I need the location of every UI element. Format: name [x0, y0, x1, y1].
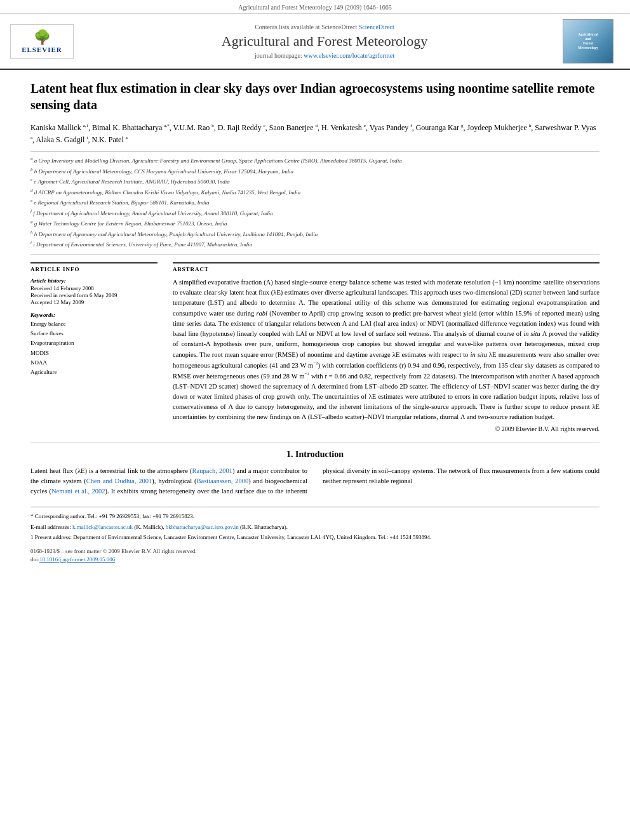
journal-header: 🌳 ELSEVIER Contents lists available at S… [0, 14, 630, 70]
history-label: Article history: [30, 277, 158, 284]
keyword-6: Agriculture [30, 368, 158, 377]
elsevier-tree-icon: 🌳 [34, 29, 51, 46]
introduction-text: Latent heat flux (λE) is a terrestrial l… [30, 466, 600, 497]
homepage-label: journal homepage: [255, 52, 304, 59]
introduction-section: 1. Introduction Latent heat flux (λE) is… [30, 443, 600, 497]
publisher-logo-area: 🌳 ELSEVIER [10, 19, 86, 63]
email-name-1: (K. Mallick), [134, 524, 164, 530]
article-info-column: ARTICLE INFO Article history: Received 1… [30, 262, 158, 432]
affiliations-section: a a Crop Inventory and Modelling Divisio… [30, 151, 600, 255]
keywords-label: Keywords: [30, 312, 158, 318]
journal-title-area: Contents lists available at ScienceDirec… [93, 19, 556, 63]
keyword-2: Surface fluxes [30, 329, 158, 338]
thumbnail-title: AgriculturalandForestMeteorology [578, 32, 598, 51]
email-note: E-mail addresses: k.mallick@lancaster.ac… [30, 523, 600, 532]
doi-link[interactable]: 10.1016/j.agrformet.2009.05.006 [39, 556, 115, 563]
keywords-list: Energy balance Surface fluxes Evapotrans… [30, 319, 158, 378]
email-link-1[interactable]: k.mallick@lancaster.ac.uk [72, 524, 133, 530]
sciencedirect-prefix: Contents lists available at ScienceDirec… [255, 23, 357, 30]
authors-line: Kaniska Mallick a,1, Bimal K. Bhattachar… [30, 122, 600, 146]
present-address-note: 1 Present address: Department of Environ… [30, 533, 600, 542]
affiliation-a: a a Crop Inventory and Modelling Divisio… [30, 156, 600, 166]
keyword-4: MODIS [30, 349, 158, 358]
email-label: E-mail addresses: [30, 524, 71, 530]
journal-title: Agricultural and Forest Meteorology [93, 33, 556, 50]
affiliation-e: e e Regional Agricultural Research Stati… [30, 197, 600, 208]
introduction-title: 1. Introduction [30, 450, 600, 460]
received-date: Received 14 February 2008 [30, 285, 158, 291]
affiliation-g: g g Water Technology Centre for Eastern … [30, 218, 600, 229]
article-title: Latent heat flux estimation in clear sky… [30, 80, 600, 113]
journal-thumbnail: AgriculturalandForestMeteorology [563, 19, 613, 63]
keyword-5: NOAA [30, 358, 158, 368]
page: Agricultural and Forest Meteorology 149 … [0, 0, 630, 840]
keyword-1: Energy balance [30, 319, 158, 329]
footnotes-section: * Corresponding author. Tel.: +91 79 269… [30, 507, 600, 564]
journal-citation: Agricultural and Forest Meteorology 149 … [238, 4, 392, 11]
revised-date: Received in revised form 6 May 2009 [30, 292, 158, 298]
copyright-notice: © 2009 Elsevier B.V. All rights reserved… [173, 425, 600, 432]
homepage-url[interactable]: www.elsevier.com/locate/agrformet [304, 52, 394, 59]
abstract-column: ABSTRACT A simplified evaporative fracti… [173, 262, 600, 432]
elsevier-logo: 🌳 ELSEVIER [10, 24, 74, 59]
abstract-text: A simplified evaporative fraction (Λ) ba… [173, 277, 600, 423]
journal-homepage-link[interactable]: journal homepage: www.elsevier.com/locat… [93, 52, 556, 59]
doi-line: 0168-1923/$ – see front matter © 2009 El… [30, 547, 600, 564]
corresponding-author-note: * Corresponding author. Tel.: +91 79 269… [30, 512, 600, 521]
issn-text: 0168-1923/$ – see front matter © 2009 El… [30, 548, 197, 554]
keywords-section: Keywords: Energy balance Surface fluxes … [30, 312, 158, 378]
intro-section-title: Introduction [295, 450, 344, 459]
intro-section-number: 1. [286, 450, 293, 459]
doi-text: doi: [30, 556, 39, 563]
sciencedirect-anchor[interactable]: ScienceDirect [359, 23, 394, 30]
affiliation-d: d d AICRP on Agrometeorology, Bidhan Cha… [30, 187, 600, 197]
affiliation-h: h h Department of Agronomy and Agricultu… [30, 229, 600, 239]
journal-citation-bar: Agricultural and Forest Meteorology 149 … [0, 0, 630, 14]
article-content: Latent heat flux estimation in clear sky… [0, 70, 630, 575]
email-name-2: (B.K. Bhattacharya). [240, 524, 288, 530]
abstract-header: ABSTRACT [173, 262, 600, 272]
affiliation-b: b b Department of Agricultural Meteorolo… [30, 166, 600, 177]
affiliation-c: c c Agromet-Cell, Agricultural Research … [30, 177, 600, 187]
email-link-2[interactable]: bkbhattacharya@sac.isro.gov.in [166, 524, 239, 530]
affiliation-f: f f Department of Agricultural Meteorolo… [30, 208, 600, 218]
sciencedirect-link[interactable]: Contents lists available at ScienceDirec… [93, 23, 556, 30]
elsevier-brand-text: ELSEVIER [22, 46, 62, 53]
accepted-date: Accepted 12 May 2009 [30, 299, 158, 305]
two-column-layout: ARTICLE INFO Article history: Received 1… [30, 262, 600, 432]
keyword-3: Evapotranspiration [30, 338, 158, 348]
article-info-header: ARTICLE INFO [30, 262, 158, 272]
journal-thumbnail-area: AgriculturalandForestMeteorology [563, 19, 620, 63]
affiliation-i: i i Department of Environmental Sciences… [30, 239, 600, 250]
